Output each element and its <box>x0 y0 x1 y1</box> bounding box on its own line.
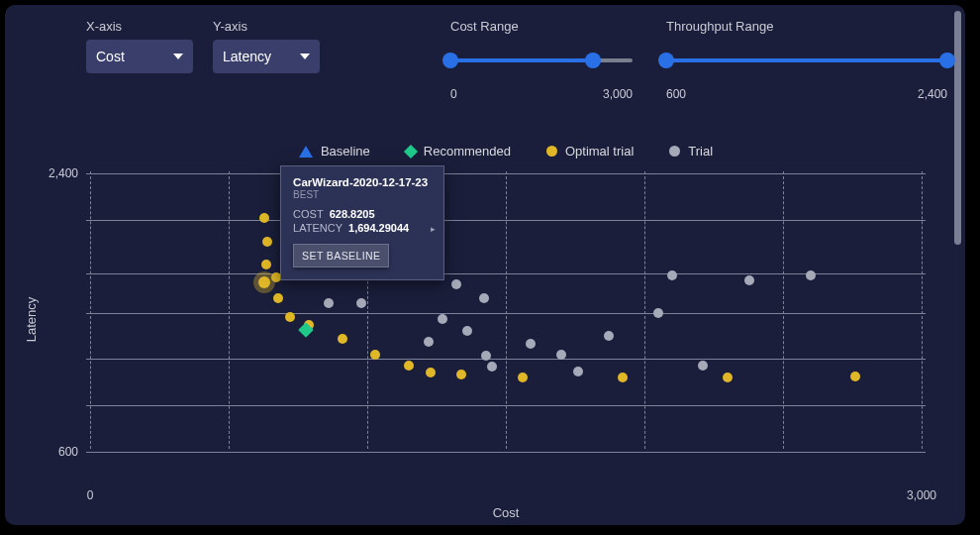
data-point[interactable] <box>285 312 295 322</box>
data-point[interactable] <box>438 314 447 324</box>
tooltip-subtitle: BEST <box>293 189 432 200</box>
data-point[interactable] <box>518 373 528 382</box>
vertical-scrollbar[interactable] <box>954 11 961 245</box>
data-point[interactable] <box>850 372 860 381</box>
throughput-range-label: Throughput Range <box>666 19 947 34</box>
data-point[interactable] <box>462 326 472 336</box>
gridline-v <box>783 171 784 449</box>
data-point[interactable] <box>618 373 628 382</box>
gridline-v <box>229 171 230 449</box>
plot-area[interactable] <box>86 144 926 461</box>
data-point[interactable] <box>526 339 536 349</box>
slider-thumb-max[interactable] <box>939 53 955 68</box>
set-baseline-button[interactable]: SET BASELINE <box>293 244 389 268</box>
data-point[interactable] <box>479 293 489 303</box>
xaxis-select[interactable]: Cost <box>86 40 193 73</box>
chart-panel: X-axis Cost Y-axis Latency Cost Range 0 <box>5 5 965 525</box>
data-point[interactable] <box>604 331 614 341</box>
gridline-v <box>922 171 923 449</box>
data-point[interactable] <box>698 361 708 371</box>
yaxis-select[interactable]: Latency <box>213 40 320 73</box>
data-point[interactable] <box>370 350 380 360</box>
yaxis-value: Latency <box>223 49 271 64</box>
data-point[interactable] <box>324 298 334 308</box>
data-point[interactable] <box>259 213 269 223</box>
data-point[interactable] <box>273 293 283 303</box>
gridline-v <box>644 171 645 449</box>
slider-thumb-min[interactable] <box>442 53 458 68</box>
controls-row: X-axis Cost Y-axis Latency Cost Range 0 <box>5 5 965 101</box>
y-axis-label: Latency <box>24 297 39 343</box>
x-tick: 3,000 <box>907 488 936 502</box>
data-point[interactable] <box>481 351 491 361</box>
data-point[interactable] <box>653 308 663 318</box>
cost-range-control: Cost Range 0 3,000 <box>450 19 633 101</box>
slider-thumb-max[interactable] <box>585 53 601 68</box>
data-point[interactable] <box>723 373 733 382</box>
data-point[interactable] <box>806 270 816 280</box>
gridline-h <box>86 452 926 453</box>
x-axis-label: Cost <box>493 505 520 520</box>
chevron-down-icon <box>300 54 310 59</box>
data-point[interactable] <box>744 275 754 285</box>
data-point[interactable] <box>556 350 566 360</box>
chevron-down-icon <box>173 54 183 59</box>
gridline-v <box>90 171 91 449</box>
cost-range-label: Cost Range <box>450 19 633 34</box>
gridline-v <box>506 171 507 449</box>
data-point[interactable] <box>271 272 281 282</box>
throughput-range-min: 600 <box>666 87 686 101</box>
point-tooltip: CarWizard-2020-12-17-23 BEST COST 628.82… <box>280 165 444 280</box>
tooltip-title: CarWizard-2020-12-17-23 <box>293 176 432 188</box>
cost-range-slider[interactable] <box>450 54 633 67</box>
xaxis-value: Cost <box>96 49 125 64</box>
xaxis-label: X-axis <box>86 19 193 34</box>
xaxis-control: X-axis Cost <box>86 19 193 73</box>
data-point[interactable] <box>451 279 461 289</box>
caret-right-icon: ▸ <box>431 224 436 234</box>
y-tick: 600 <box>29 445 78 459</box>
data-point[interactable] <box>338 334 347 344</box>
data-point[interactable] <box>456 370 466 379</box>
data-point[interactable] <box>262 237 272 247</box>
data-point[interactable] <box>404 361 414 371</box>
y-tick: 2,400 <box>29 166 78 180</box>
cost-range-max: 3,000 <box>603 87 633 101</box>
data-point[interactable] <box>356 298 366 308</box>
cost-range-min: 0 <box>450 87 457 101</box>
data-point[interactable] <box>424 337 434 347</box>
data-point[interactable] <box>573 367 583 376</box>
throughput-range-max: 2,400 <box>918 87 947 101</box>
data-point[interactable] <box>261 260 271 269</box>
yaxis-control: Y-axis Latency <box>213 19 320 73</box>
x-tick: 0 <box>87 488 94 502</box>
scatter-chart[interactable]: Baseline Recommended Optimal trial Trial… <box>86 144 926 481</box>
slider-thumb-min[interactable] <box>658 53 674 68</box>
data-point[interactable] <box>426 368 436 377</box>
yaxis-label: Y-axis <box>213 19 320 34</box>
data-point[interactable] <box>258 276 270 288</box>
data-point[interactable] <box>487 362 497 372</box>
data-point[interactable] <box>667 270 677 280</box>
throughput-range-control: Throughput Range 600 2,400 <box>666 19 947 101</box>
throughput-range-slider[interactable] <box>666 54 947 67</box>
